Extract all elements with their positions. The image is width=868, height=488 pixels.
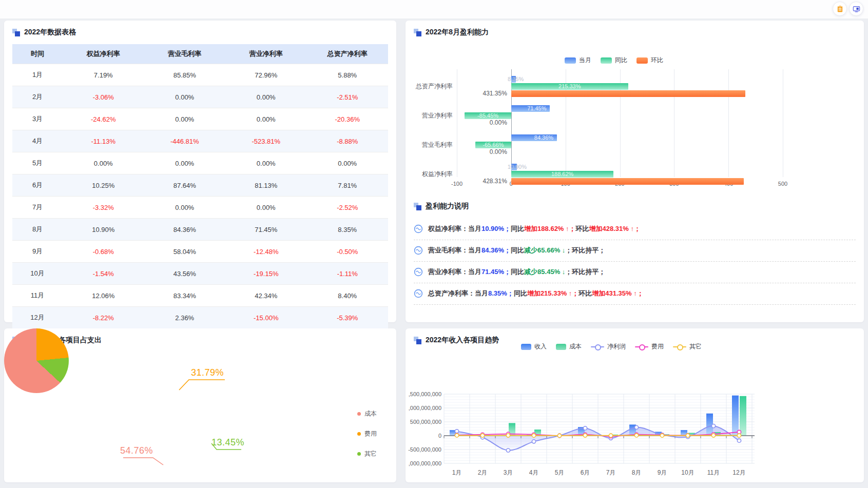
gridline (674, 69, 674, 177)
table-row: 8月10.90%84.36%71.45%8.35% (12, 219, 388, 241)
table-cell: 0.00% (144, 108, 226, 130)
monthly-data-table: 时间权益净利率营业毛利率营业净利率总资产净利率1月7.19%85.85%72.9… (12, 44, 388, 328)
table-cell: 5.88% (307, 64, 389, 86)
point-其它[interactable] (455, 434, 458, 437)
bar-成本[interactable] (740, 396, 746, 436)
point-净利润[interactable] (583, 426, 587, 430)
table-cell: -0.68% (63, 241, 144, 263)
note-segment: 环比 (578, 289, 592, 297)
table-row: 12月-8.22%2.36%-15.00%-5.39% (12, 307, 388, 329)
legend-dot (357, 432, 361, 436)
note-segment: 权益净利率：当月 (428, 225, 481, 232)
y-tick-label: ,000,000,000 (406, 460, 441, 466)
table-cell: -446.81% (144, 130, 226, 152)
bar-环比[interactable] (511, 178, 744, 185)
note-segment: 营业毛利率：当月 (428, 246, 481, 254)
table-cell: -3.06% (63, 86, 144, 108)
table-row: 1月7.19%85.85%72.96%5.88% (12, 64, 388, 86)
pie-legend-item[interactable]: 其它 (357, 450, 377, 458)
note-segment: 71.45%； (481, 268, 511, 276)
table-header-row: 时间权益净利率营业毛利率营业净利率总资产净利率 (12, 44, 388, 64)
table-cell: -15.00% (225, 307, 307, 329)
table-cell: -11.13% (63, 130, 144, 152)
table-cell: -523.81% (225, 130, 307, 152)
point-净利润[interactable] (455, 430, 458, 433)
point-其它[interactable] (532, 434, 535, 437)
point-其它[interactable] (711, 434, 715, 437)
point-其它[interactable] (557, 434, 561, 437)
trend-plot (406, 328, 864, 482)
clipboard-icon (836, 5, 844, 13)
table-cell: -12.48% (225, 241, 307, 263)
x-axis-label: 10月 (681, 469, 694, 477)
table-cell: 43.56% (144, 263, 226, 285)
table-row: 7月-3.32%0.00%0.00%-2.52% (12, 197, 388, 219)
panel-data-table: 2022年数据表格 时间权益净利率营业毛利率营业净利率总资产净利率1月7.19%… (4, 21, 396, 322)
donut-percent-label: 31.79% (191, 367, 224, 378)
point-其它[interactable] (480, 434, 484, 437)
table-cell: 71.45% (225, 219, 307, 241)
column-header: 时间 (12, 44, 63, 64)
bar-value-label: 84.36% (511, 134, 553, 141)
point-其它[interactable] (686, 434, 689, 437)
table-row: 5月0.00%0.00%0.00%0.00% (12, 152, 388, 174)
note-segment: 84.36%； (481, 246, 511, 254)
table-cell: 11月 (12, 285, 63, 307)
table-cell: -3.32% (63, 197, 144, 219)
table-cell: 10.25% (63, 174, 144, 197)
trend-circle-icon (414, 289, 423, 298)
legend-label: 成本 (364, 409, 377, 418)
donut-ring[interactable] (4, 328, 69, 393)
note-segment: 10.90%； (481, 225, 511, 232)
note-segment: ；环比持平； (565, 246, 605, 254)
note-segment: 增加188.62% ↑； (524, 225, 575, 232)
point-其它[interactable] (506, 434, 510, 437)
monitor-button[interactable] (849, 2, 863, 16)
x-axis-label: 6月 (581, 469, 590, 477)
point-其它[interactable] (660, 434, 664, 437)
x-axis-label: 5月 (555, 469, 565, 477)
note-item: 营业毛利率：当月84.36%；同比减少65.66% ↓；环比持平； (414, 240, 856, 262)
table-cell: 0.00% (225, 152, 307, 174)
note-text: 总资产净利率：当月8.35%；同比增加215.33% ↑；环比增加431.35%… (428, 289, 644, 298)
note-segment: 同比 (511, 246, 524, 254)
section-title-icon (414, 203, 421, 210)
category-label: 权益净利率 (406, 170, 453, 179)
expense-donut-chart: 31.79%13.45%54.76%成本费用其它 (4, 328, 396, 482)
column-header: 权益净利率 (63, 44, 144, 64)
pie-legend-item[interactable]: 成本 (357, 409, 377, 418)
point-其它[interactable] (737, 434, 741, 437)
gridline (783, 69, 783, 177)
trend-circle-icon (414, 267, 423, 277)
bar-value-label: 431.35% (461, 90, 507, 97)
pie-legend-item[interactable]: 费用 (357, 430, 377, 438)
bar-收入[interactable] (732, 396, 739, 436)
point-其它[interactable] (609, 434, 612, 437)
panel-revenue-trend: 2022年收入各项目趋势 收入成本净利润费用其它 ,500,000,000,00… (406, 328, 864, 482)
panel-title-icon (12, 29, 20, 36)
x-axis-label: 9月 (658, 469, 667, 477)
profitability-bar-chart: -1000100200300400500总资产净利率8.35%215.33%43… (406, 21, 864, 195)
table-row: 2月-3.06%0.00%0.00%-2.51% (12, 86, 388, 108)
table-cell: 3月 (12, 108, 63, 130)
table-row: 9月-0.68%58.04%-12.48%-0.50% (12, 241, 388, 263)
column-header: 总资产净利率 (307, 44, 389, 64)
note-text: 权益净利率：当月10.90%；同比增加188.62% ↑；环比增加428.31%… (428, 224, 641, 233)
table-cell: 84.36% (144, 219, 226, 241)
point-其它[interactable] (583, 434, 587, 437)
table-cell: 83.34% (144, 285, 226, 307)
point-净利润[interactable] (737, 439, 741, 442)
dashboard-page: { "colors": { "accent_blue": "#3D7FF0", … (0, 0, 868, 488)
clipboard-button[interactable] (833, 2, 847, 16)
point-其它[interactable] (634, 434, 638, 437)
point-净利润[interactable] (711, 424, 715, 428)
point-净利润[interactable] (506, 448, 510, 452)
legend-dot (357, 452, 361, 456)
bar-value-label: 10.90% (505, 164, 529, 170)
category-label: 总资产净利率 (406, 82, 453, 91)
point-净利润[interactable] (532, 440, 535, 443)
table-cell: 8月 (12, 219, 63, 241)
bar-环比[interactable] (511, 90, 746, 97)
bar-value-label: 0.00% (461, 149, 507, 155)
point-净利润[interactable] (634, 425, 638, 429)
